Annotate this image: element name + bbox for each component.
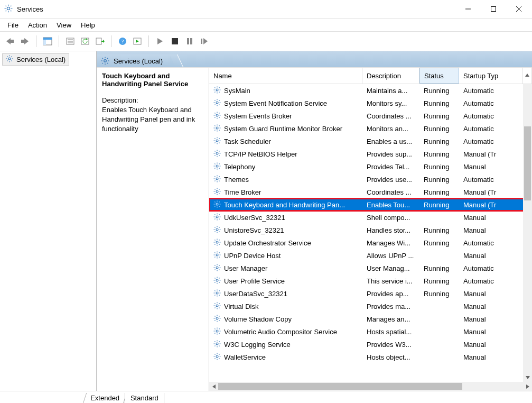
svg-line-181 [214,257,215,257]
scroll-right-arrow[interactable] [523,382,532,391]
gear-icon [213,213,221,222]
svg-line-89 [214,125,215,126]
svg-line-153 [219,218,220,219]
svg-line-117 [219,168,220,168]
tab-extended[interactable]: Extended [83,393,127,403]
forward-button[interactable] [18,34,32,48]
service-row[interactable]: Virtual DiskProvides ma...Manual [209,300,532,313]
service-desc: Provides ma... [362,303,419,310]
svg-point-156 [216,228,218,231]
column-header-name[interactable]: Name [209,68,362,84]
svg-line-83 [219,113,220,113]
menu-file[interactable]: File [7,21,18,29]
service-startup: Automatic [459,87,532,95]
gear-icon [213,226,221,235]
service-status: Running [419,277,459,285]
service-row[interactable]: System Guard Runtime Monitor BrokerMonit… [209,122,532,135]
svg-line-98 [214,138,215,139]
service-status: Running [419,176,459,184]
close-button[interactable] [507,1,531,17]
svg-line-134 [214,189,215,189]
maximize-button[interactable] [481,1,506,17]
service-row[interactable]: Time BrokerCoordinates ...RunningManual … [209,186,532,198]
gear-icon [213,277,221,286]
svg-point-38 [8,58,11,60]
service-row[interactable]: Volume Shadow CopyManages an...Manual [209,313,532,325]
svg-line-197 [214,278,215,278]
service-name: Themes [224,176,249,184]
service-name: Update Orchestrator Service [224,239,311,247]
show-hide-tree-button[interactable] [41,34,54,48]
pause-service-button[interactable] [183,34,197,48]
vertical-scrollbar[interactable] [523,84,532,382]
service-row[interactable]: SysMainMaintains a...RunningAutomatic [209,84,532,97]
svg-line-191 [219,265,220,265]
service-row[interactable]: Volumetric Audio Compositor ServiceHosts… [209,325,532,338]
service-name: Telephony [224,163,255,171]
svg-line-245 [219,341,220,342]
svg-line-173 [219,240,220,240]
gear-icon [213,302,221,311]
properties-button[interactable] [63,34,77,48]
titlebar: Services [0,0,532,19]
svg-line-155 [219,214,220,215]
service-row[interactable]: UserDataSvc_32321Provides ap...RunningMa… [209,287,532,300]
tree-node-services-local[interactable]: Services (Local) [2,53,69,66]
svg-line-251 [214,354,215,354]
svg-line-73 [214,104,215,105]
service-row[interactable]: UPnP Device HostAllows UPnP ...Manual [209,249,532,262]
minimize-button[interactable] [456,1,480,17]
scroll-left-arrow[interactable] [209,382,218,391]
gear-icon [213,315,221,324]
export-list-button[interactable] [93,34,107,48]
service-row[interactable]: System Event Notification ServiceMonitor… [209,97,532,109]
service-startup: Automatic [459,112,532,120]
service-row[interactable]: UdkUserSvc_32321Shell compo...Manual [209,211,532,224]
svg-line-244 [214,345,215,346]
gear-icon [213,200,221,209]
start-service-button[interactable] [153,34,167,48]
back-button[interactable] [3,34,17,48]
menu-action[interactable]: Action [28,21,47,29]
service-row[interactable]: WalletServiceHosts object...Manual [209,351,532,363]
menu-view[interactable]: View [57,21,71,29]
column-header-startup[interactable]: Startup Typ [459,68,523,84]
svg-point-120 [216,178,218,180]
menu-help[interactable]: Help [81,21,95,29]
stop-service-button[interactable] [168,34,182,48]
service-row[interactable]: System Events BrokerCoordinates ...Runni… [209,109,532,122]
help-button[interactable]: ? [116,34,129,48]
app-icon [4,4,13,14]
svg-line-154 [214,218,215,219]
svg-line-8 [11,5,11,6]
restart-service-button[interactable] [198,34,211,48]
service-startup: Manual [459,315,532,323]
service-row[interactable]: TelephonyProvides Tel...RunningManual [209,160,532,173]
column-header-status[interactable]: Status [419,68,459,84]
service-name: System Guard Runtime Monitor Broker [224,125,342,133]
horizontal-scrollbar[interactable] [209,382,532,391]
svg-line-179 [214,252,215,253]
column-header-scroll-up[interactable] [523,68,532,84]
service-row[interactable]: TCP/IP NetBIOS HelperProvides sup...Runn… [209,148,532,160]
svg-line-164 [219,227,220,227]
service-row[interactable]: User ManagerUser Manag...RunningAutomati… [209,262,532,274]
svg-point-228 [216,330,218,332]
service-desc: Maintains a... [362,87,419,95]
svg-point-84 [216,127,218,129]
description-heading: Description: [102,96,203,104]
svg-marker-27 [103,40,105,43]
service-row[interactable]: Update Orchestrator ServiceManages Wi...… [209,236,532,249]
service-row[interactable]: ThemesProvides use...RunningAutomatic [209,173,532,186]
service-row[interactable]: W3C Logging ServiceProvides W3...Manual [209,338,532,351]
show-only-button[interactable] [130,34,144,48]
scroll-down-arrow[interactable] [523,373,532,382]
service-row[interactable]: UnistoreSvc_32321Handles stor...RunningM… [209,224,532,236]
service-row[interactable]: Task SchedulerEnables a us...RunningAuto… [209,135,532,148]
service-row[interactable]: Touch Keyboard and Handwriting Pan...Ena… [209,198,532,211]
detail-pane: Touch Keyboard and Handwriting Panel Ser… [97,68,209,391]
service-row[interactable]: User Profile ServiceThis service i...Run… [209,274,532,287]
tab-standard[interactable]: Standard [125,393,164,403]
column-header-description[interactable]: Description [362,68,419,84]
refresh-button[interactable] [78,34,92,48]
